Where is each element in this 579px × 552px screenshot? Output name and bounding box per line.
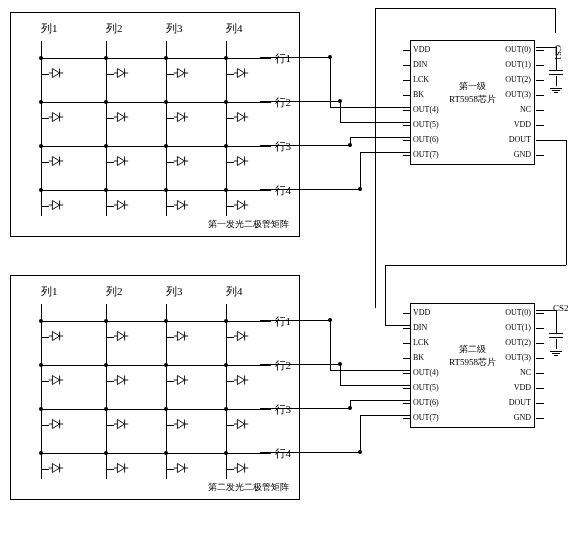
wire — [41, 337, 49, 338]
wire — [226, 425, 234, 426]
wire — [360, 415, 361, 452]
junction-dot — [39, 56, 43, 60]
wire — [226, 469, 234, 470]
wire — [166, 409, 167, 425]
pin-stub — [403, 418, 411, 419]
wire — [556, 76, 557, 86]
chip-pin-label: NC — [491, 368, 531, 377]
junction-dot — [104, 451, 108, 455]
chip-pin-label: OUT(5) — [413, 120, 448, 129]
led-diode-icon — [112, 152, 130, 170]
matrix-1-label: 第一发光二极管矩阵 — [208, 218, 289, 231]
led-diode-icon — [172, 108, 190, 126]
wire — [166, 453, 167, 469]
wire — [166, 321, 167, 337]
wire — [106, 425, 114, 426]
svg-marker-37 — [117, 157, 124, 166]
led-diode-icon — [232, 152, 250, 170]
chip-pin-label: BK — [413, 90, 448, 99]
chip-pin-label: GND — [491, 150, 531, 159]
wire — [41, 409, 42, 425]
wire — [360, 152, 361, 189]
led-diode-icon — [172, 415, 190, 433]
junction-dot — [104, 319, 108, 323]
pin-stub — [403, 155, 411, 156]
wire — [260, 101, 340, 102]
wire — [106, 365, 107, 381]
wire — [106, 409, 107, 425]
svg-marker-113 — [52, 464, 59, 473]
wire — [226, 58, 227, 74]
chip-pin-label: DOUT — [491, 135, 531, 144]
led-diode-icon — [47, 64, 65, 82]
led-diode-icon — [112, 108, 130, 126]
junction-dot — [104, 100, 108, 104]
junction-dot — [104, 363, 108, 367]
led-diode-icon — [47, 371, 65, 389]
wire — [166, 469, 174, 470]
junction-dot — [164, 407, 168, 411]
grid-line — [41, 190, 271, 191]
wire — [106, 469, 114, 470]
svg-marker-117 — [117, 464, 124, 473]
led-diode-icon — [172, 371, 190, 389]
junction-dot — [224, 144, 228, 148]
wire — [385, 265, 386, 325]
chip-pin-label: OUT(1) — [491, 60, 531, 69]
wire — [226, 206, 234, 207]
junction-dot — [39, 451, 43, 455]
wire — [106, 453, 107, 469]
junction-dot — [39, 188, 43, 192]
pin-stub — [403, 343, 411, 344]
led-diode-icon — [47, 459, 65, 477]
junction-dot — [338, 99, 342, 103]
wire — [106, 162, 114, 163]
wire — [106, 74, 114, 75]
pin-stub — [536, 358, 544, 359]
svg-marker-9 — [177, 69, 184, 78]
led-diode-icon — [47, 196, 65, 214]
chip-1: 第一级 RT5958芯片 VDDDINLCKBKOUT(4)OUT(5)OUT(… — [410, 40, 535, 165]
wire — [360, 415, 410, 416]
chip-pin-label: OUT(3) — [491, 353, 531, 362]
svg-marker-69 — [117, 332, 124, 341]
junction-dot — [164, 56, 168, 60]
svg-marker-33 — [52, 157, 59, 166]
svg-marker-49 — [52, 201, 59, 210]
col-label: 列2 — [106, 21, 123, 36]
svg-marker-73 — [177, 332, 184, 341]
led-diode-icon — [172, 459, 190, 477]
wire — [226, 321, 227, 337]
junction-dot — [39, 319, 43, 323]
wire — [340, 364, 341, 385]
chip-pin-label: OUT(7) — [413, 413, 448, 422]
junction-dot — [39, 407, 43, 411]
wire — [226, 190, 227, 206]
col-label: 列2 — [106, 284, 123, 299]
svg-marker-57 — [177, 201, 184, 210]
wire — [556, 310, 557, 333]
led-diode-icon — [112, 415, 130, 433]
svg-marker-1 — [52, 69, 59, 78]
led-diode-icon — [47, 415, 65, 433]
wire — [330, 57, 331, 107]
wire — [260, 189, 360, 190]
svg-marker-97 — [52, 420, 59, 429]
wire — [41, 321, 42, 337]
chip-pin-label: OUT(0) — [491, 308, 531, 317]
wire — [106, 146, 107, 162]
svg-marker-41 — [177, 157, 184, 166]
pin-stub — [536, 313, 544, 314]
junction-dot — [224, 319, 228, 323]
svg-marker-29 — [237, 113, 244, 122]
grid-line — [41, 146, 271, 147]
wire — [166, 58, 167, 74]
wire — [226, 409, 227, 425]
wire — [41, 162, 49, 163]
svg-marker-5 — [117, 69, 124, 78]
svg-marker-61 — [237, 201, 244, 210]
wire — [41, 453, 42, 469]
svg-marker-125 — [237, 464, 244, 473]
led-diode-icon — [232, 108, 250, 126]
wire — [166, 190, 167, 206]
